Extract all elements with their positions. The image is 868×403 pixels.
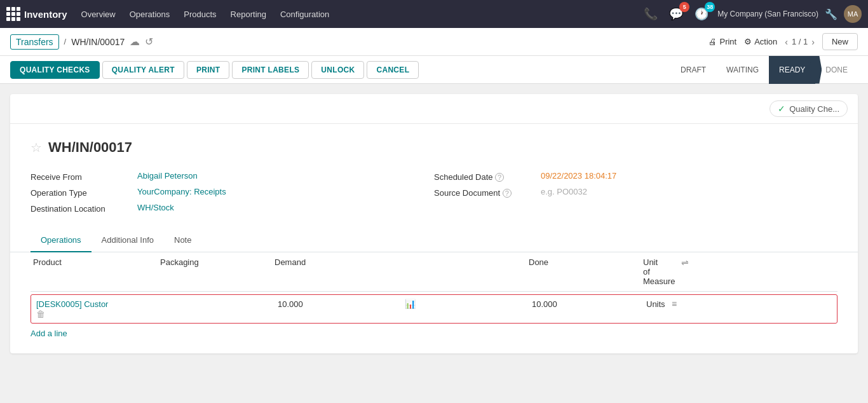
table-header: Product Packaging Demand Done Unit of Me…	[31, 252, 837, 292]
col-packaging: Packaging	[158, 257, 272, 286]
menu-products[interactable]: Products	[177, 6, 222, 23]
form-col-left: Receive From Abigail Peterson Operation …	[31, 171, 434, 214]
scheduled-date-value[interactable]: 09/22/2023 18:04:17	[541, 171, 616, 181]
row-delete-icon[interactable]: 🗑	[34, 309, 161, 319]
main-content: ✓ Quality Che... ☆ WH/IN/00017 Receive F…	[0, 84, 868, 403]
menu-reporting[interactable]: Reporting	[224, 6, 273, 23]
breadcrumb-current: WH/IN/00017	[71, 37, 125, 47]
checkmark-icon: ✓	[778, 104, 785, 114]
operation-type-value[interactable]: YourCompany: Receipts	[137, 187, 226, 196]
cloud-save-icon[interactable]: ☁	[130, 36, 140, 48]
top-menu: Overview Operations Products Reporting C…	[75, 6, 336, 23]
tab-operations[interactable]: Operations	[31, 229, 92, 252]
row-demand[interactable]: 10.000	[275, 299, 402, 309]
company-info: My Company (San Francisco)	[717, 10, 818, 18]
menu-configuration[interactable]: Configuration	[274, 6, 336, 23]
action-button[interactable]: ⚙ Action	[744, 37, 777, 46]
quality-checks-button[interactable]: QUALITY CHECKS	[10, 61, 100, 79]
source-document-value[interactable]: e.g. PO0032	[541, 187, 587, 196]
cancel-button[interactable]: CANCEL	[367, 61, 419, 79]
company-name: My Company (San Francisco)	[717, 10, 818, 18]
col-product: Product	[31, 257, 158, 286]
print-labels-button[interactable]: PRINT LABELS	[232, 61, 309, 79]
form-card: ✓ Quality Che... ☆ WH/IN/00017 Receive F…	[10, 94, 858, 353]
menu-overview[interactable]: Overview	[75, 6, 122, 23]
source-document-help-icon[interactable]: ?	[503, 189, 512, 198]
form-body: ☆ WH/IN/00017 Receive From Abigail Peter…	[10, 124, 858, 229]
row-product[interactable]: [DESK0005] Custor	[34, 299, 161, 309]
quality-check-label: Quality Che...	[789, 104, 839, 114]
col-done: Done	[526, 257, 641, 286]
destination-location-row: Destination Location WH/Stock	[31, 203, 434, 214]
clock-icon[interactable]: 🕐 38	[692, 4, 711, 24]
app-name: Inventory	[24, 9, 67, 20]
operation-type-label: Operation Type	[31, 187, 132, 198]
step-draft[interactable]: DRAFT	[670, 56, 716, 84]
step-waiting[interactable]: WAITING	[716, 56, 769, 84]
breadcrumb-actions: 🖨 Print ⚙ Action ‹ 1 / 1 › New	[709, 33, 858, 50]
action-bar: QUALITY CHECKS QUALITY ALERT PRINT PRINT…	[0, 56, 868, 84]
receive-from-row: Receive From Abigail Peterson	[31, 171, 434, 182]
quality-check-banner: ✓ Quality Che...	[10, 94, 858, 124]
table-settings-icon[interactable]: ⇌	[666, 257, 691, 286]
form-title: WH/IN/00017	[48, 139, 132, 156]
breadcrumb-bar: Transfers / WH/IN/00017 ☁ ↺ 🖨 Print ⚙ Ac…	[0, 28, 868, 56]
row-chart-icon[interactable]: 📊	[402, 299, 529, 309]
favorite-star-icon[interactable]: ☆	[31, 140, 42, 155]
unlock-button[interactable]: UNLOCK	[311, 61, 364, 79]
form-fields: Receive From Abigail Peterson Operation …	[31, 171, 837, 214]
form-title-row: ☆ WH/IN/00017	[31, 139, 837, 156]
top-navigation: Inventory Overview Operations Products R…	[0, 0, 868, 28]
destination-location-value[interactable]: WH/Stock	[137, 203, 174, 212]
gear-icon: ⚙	[744, 37, 752, 46]
settings-wrench-icon[interactable]: 🔧	[825, 8, 837, 20]
destination-location-label: Destination Location	[31, 203, 132, 214]
breadcrumb-parent[interactable]: Transfers	[10, 34, 59, 50]
breadcrumb-separator: /	[64, 37, 67, 46]
refresh-icon[interactable]: ↺	[145, 36, 153, 48]
tab-note[interactable]: Note	[164, 229, 201, 252]
next-page-button[interactable]: ›	[811, 37, 815, 47]
phone-icon[interactable]: 📞	[641, 4, 660, 24]
print-button[interactable]: 🖨 Print	[709, 37, 736, 46]
operations-table: Product Packaging Demand Done Unit of Me…	[10, 252, 858, 353]
quality-alert-button[interactable]: QUALITY ALERT	[102, 61, 184, 79]
scheduled-date-label: Scheduled Date ?	[434, 171, 536, 182]
topnav-right: 📞 💬 5 🕐 38 My Company (San Francisco) 🔧 …	[641, 4, 862, 24]
menu-operations[interactable]: Operations	[123, 6, 177, 23]
new-button[interactable]: New	[822, 33, 858, 50]
col-uom: Unit of Measure	[641, 257, 666, 286]
row-done[interactable]: 10.000	[529, 299, 644, 309]
grid-icon	[6, 7, 20, 21]
chat-badge: 5	[679, 2, 689, 12]
row-uom[interactable]: Units	[644, 299, 669, 309]
tabs-bar: Operations Additional Info Note	[10, 229, 858, 252]
receive-from-value[interactable]: Abigail Peterson	[137, 171, 198, 181]
col-demand: Demand	[272, 257, 399, 286]
quality-check-tag[interactable]: ✓ Quality Che...	[770, 100, 848, 117]
source-document-label: Source Document ?	[434, 187, 536, 198]
add-line-button[interactable]: Add a line	[31, 324, 67, 343]
scheduled-date-row: Scheduled Date ? 09/22/2023 18:04:17	[434, 171, 837, 182]
clock-badge: 38	[705, 2, 715, 12]
receive-from-label: Receive From	[31, 171, 132, 182]
prev-page-button[interactable]: ‹	[785, 37, 788, 47]
user-avatar[interactable]: MA	[844, 5, 862, 23]
printer-icon: 🖨	[709, 37, 717, 46]
form-col-right: Scheduled Date ? 09/22/2023 18:04:17 Sou…	[434, 171, 837, 214]
status-stepper: DRAFT WAITING READY DONE	[670, 56, 858, 84]
tab-additional-info[interactable]: Additional Info	[92, 229, 164, 252]
step-done-final[interactable]: DONE	[815, 56, 858, 84]
pagination: ‹ 1 / 1 ›	[785, 37, 815, 47]
app-logo[interactable]: Inventory	[6, 7, 67, 21]
source-document-row: Source Document ? e.g. PO0032	[434, 187, 837, 198]
col-demand-chart	[399, 257, 526, 286]
table-row: [DESK0005] Custor 10.000 📊 10.000 Units …	[31, 294, 837, 324]
row-detail-icon[interactable]: ≡	[669, 299, 695, 309]
page-count: 1 / 1	[792, 37, 808, 46]
print-action-button[interactable]: PRINT	[187, 61, 230, 79]
step-ready[interactable]: READY	[769, 56, 815, 84]
scheduled-date-help-icon[interactable]: ?	[495, 173, 504, 182]
operation-type-row: Operation Type YourCompany: Receipts	[31, 187, 434, 198]
chat-icon[interactable]: 💬 5	[667, 4, 686, 24]
